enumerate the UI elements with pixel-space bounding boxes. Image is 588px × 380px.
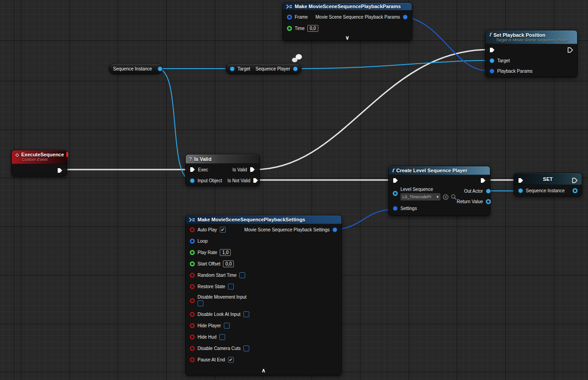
is-not-valid-exec-out-pin[interactable]	[253, 178, 258, 183]
collapse-node-chevron-icon[interactable]: ∨	[283, 35, 412, 41]
play-rate-pin[interactable]	[190, 250, 195, 255]
make-struct-icon	[286, 4, 292, 9]
disable-movement-input-pin[interactable]	[190, 298, 195, 303]
node-get-sequence-player[interactable]: Target Sequence Player	[226, 63, 301, 74]
node-make-playback-params[interactable]: Make MovieSceneSequencePlaybackParams Fr…	[282, 2, 412, 41]
playback-params-output-pin[interactable]	[403, 15, 408, 20]
event-flag-icon[interactable]	[66, 152, 68, 157]
sequence-instance-output-pin[interactable]	[573, 188, 578, 193]
node-header[interactable]: Make MovieSceneSequencePlaybackSettings	[186, 215, 341, 224]
restore-state-checkbox[interactable]	[228, 284, 234, 290]
disable-camera-cuts-label: Disable Camera Cuts	[198, 346, 241, 351]
browse-asset-icon[interactable]	[451, 194, 457, 200]
node-header[interactable]: ? Is Valid	[186, 155, 259, 164]
sequence-player-output-label: Sequence Player	[256, 66, 290, 71]
custom-event-icon: ◇	[15, 152, 19, 157]
playback-settings-output-label: Movie Scene Sequence Playback Settings	[244, 227, 330, 232]
node-make-playback-settings[interactable]: Make MovieSceneSequencePlaybackSettings …	[185, 215, 342, 375]
return-value-pin[interactable]	[486, 199, 491, 204]
exec-in-label: Exec	[198, 167, 208, 172]
playback-settings-output-pin[interactable]	[332, 227, 337, 232]
frame-pin[interactable]	[287, 15, 292, 20]
loop-pin[interactable]	[190, 239, 195, 244]
node-header[interactable]: ◇ ExecuteSequence Custom Event	[12, 150, 67, 164]
node-header[interactable]: Make MovieSceneSequencePlaybackParams	[283, 3, 412, 10]
sequence-instance-output-pin[interactable]	[158, 66, 163, 71]
is-valid-exec-out-pin[interactable]	[250, 167, 255, 172]
disable-look-at-input-checkbox[interactable]	[243, 311, 249, 317]
start-offset-input[interactable]: 0,0	[223, 260, 234, 267]
sequence-instance-input-pin[interactable]	[518, 188, 523, 193]
exec-in-pin[interactable]	[489, 47, 495, 53]
exec-in-pin[interactable]	[518, 178, 524, 183]
function-icon: f	[489, 32, 491, 38]
exec-out-pin[interactable]	[568, 47, 573, 53]
exec-out-pin[interactable]	[480, 178, 486, 183]
random-start-time-pin[interactable]	[190, 273, 195, 278]
sequence-instance-label: Sequence Instance	[526, 188, 565, 193]
auto-play-pin[interactable]	[190, 227, 195, 232]
play-rate-label: Play Rate	[198, 250, 217, 255]
is-not-valid-out-label: Is Not Valid	[227, 178, 250, 183]
time-pin-label: Time	[295, 26, 305, 31]
playback-params-pin[interactable]	[489, 69, 494, 74]
disable-look-at-input-pin[interactable]	[190, 312, 195, 317]
node-execute-sequence-event[interactable]: ◇ ExecuteSequence Custom Event	[11, 150, 67, 176]
return-value-label: Return Value	[457, 199, 483, 204]
out-actor-pin[interactable]	[486, 189, 491, 194]
hide-hud-label: Hide Hud	[198, 335, 217, 340]
disable-movement-input-checkbox[interactable]	[198, 300, 203, 306]
random-start-time-checkbox[interactable]	[239, 272, 245, 278]
disable-movement-input-label: Disable Movement Input	[198, 295, 247, 300]
target-input-pin[interactable]	[230, 66, 235, 71]
node-create-level-sequence-player[interactable]: f Create Level Sequence Player Level Seq…	[388, 166, 490, 216]
hide-hud-checkbox[interactable]	[219, 334, 225, 340]
exec-out-pin[interactable]	[572, 178, 578, 183]
node-title: SET	[526, 176, 570, 182]
node-header[interactable]: SET	[514, 173, 582, 185]
wire-settingsout-to-settings[interactable]	[335, 210, 393, 229]
level-sequence-asset-dropdown[interactable]: LS_TimecodePr ▾	[400, 193, 440, 200]
exec-in-pin[interactable]	[393, 178, 398, 183]
time-value-input[interactable]: 0,0	[307, 25, 318, 32]
node-header[interactable]: f Create Level Sequence Player	[389, 166, 490, 175]
frame-pin-label: Frame	[295, 15, 308, 20]
disable-movement-input-group: Disable Movement Input	[198, 295, 247, 306]
disable-camera-cuts-pin[interactable]	[190, 346, 195, 351]
pause-at-end-pin[interactable]	[190, 357, 195, 362]
settings-pin[interactable]	[393, 206, 398, 211]
node-subtitle: Custom Event	[22, 157, 48, 162]
exec-in-pin[interactable]	[190, 167, 195, 172]
time-pin[interactable]	[287, 26, 292, 31]
variable-label: Sequence Instance	[113, 66, 152, 71]
mouse-cursor-blob	[292, 54, 302, 62]
node-header[interactable]: f Set Playback Position Target is Movie …	[485, 30, 577, 44]
auto-play-checkbox[interactable]: ✔	[220, 227, 226, 233]
disable-camera-cuts-checkbox[interactable]	[243, 345, 249, 351]
pause-at-end-checkbox[interactable]: ✔	[228, 357, 234, 363]
level-sequence-label: Level Sequence	[400, 187, 457, 192]
make-struct-icon	[189, 217, 195, 222]
pause-at-end-label: Pause At End	[198, 357, 225, 362]
sequence-player-output-pin[interactable]	[293, 66, 298, 71]
node-get-sequence-instance[interactable]: Sequence Instance	[109, 63, 163, 74]
use-selected-icon[interactable]	[443, 194, 449, 200]
hide-player-pin[interactable]	[190, 323, 195, 328]
hide-hud-pin[interactable]	[190, 335, 195, 340]
node-subtitle: Target is Movie Scene Sequence Player	[496, 38, 568, 42]
blueprint-graph-canvas[interactable]: Make MovieSceneSequencePlaybackParams Fr…	[0, 0, 588, 380]
exec-out-pin[interactable]	[57, 168, 63, 173]
node-set-playback-position[interactable]: f Set Playback Position Target is Movie …	[485, 30, 578, 77]
start-offset-pin[interactable]	[190, 261, 195, 266]
input-object-pin[interactable]	[190, 178, 195, 183]
node-is-valid[interactable]: ? Is Valid Exec Is Valid Input Object Is…	[185, 154, 260, 186]
hide-player-checkbox[interactable]	[224, 323, 230, 329]
wire-seqplayer-to-target[interactable]	[294, 60, 489, 69]
target-pin[interactable]	[489, 58, 494, 63]
node-set-sequence-instance[interactable]: SET Sequence Instance	[514, 173, 582, 196]
wire-params-to-playbackparams[interactable]	[405, 16, 489, 71]
level-sequence-pin[interactable]	[393, 191, 398, 196]
play-rate-input[interactable]: 1,0	[220, 249, 231, 256]
restore-state-pin[interactable]	[190, 284, 195, 289]
collapse-node-chevron-icon[interactable]: ∧	[186, 367, 341, 374]
